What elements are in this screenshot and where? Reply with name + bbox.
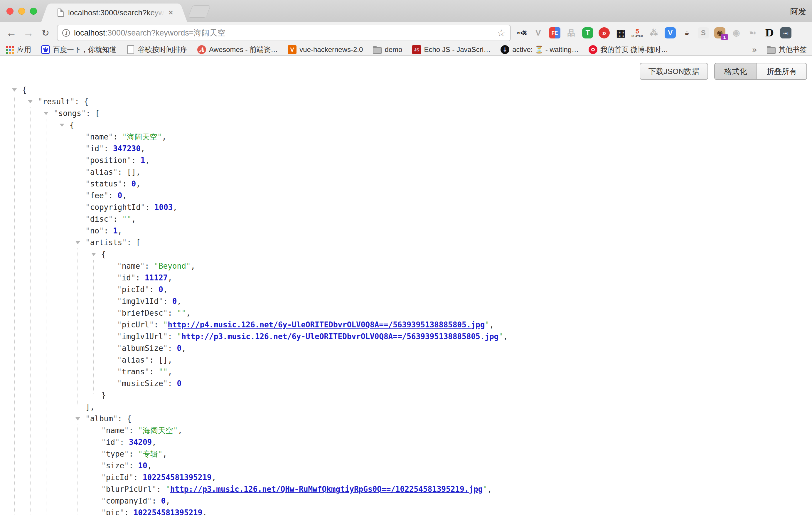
indent-guide [78, 425, 78, 515]
json-line: "artists": [ [0, 237, 812, 249]
json-line: "no": 1, [0, 225, 812, 237]
sitemap-icon[interactable]: 品 [566, 27, 577, 38]
tab-strip: localhost:3000/search?keywor × 阿发 [0, 0, 812, 22]
collapse-toggle-icon[interactable] [91, 253, 96, 256]
collapse-toggle-icon[interactable] [76, 241, 80, 244]
back-button[interactable]: ← [4, 22, 19, 44]
json-line: { [0, 249, 812, 260]
address-bar[interactable]: i localhost:3000/search?keywords=海阔天空 ☆ [57, 25, 511, 41]
indent-guide [93, 260, 94, 394]
d-script-icon[interactable]: D [764, 27, 775, 38]
sitemap-icon-glyph: 品 [568, 29, 575, 37]
json-line: "pic": 102254581395219, [0, 507, 812, 515]
json-line: "size": 10, [0, 460, 812, 471]
password-dots-icon-glyph: •••| [783, 31, 788, 35]
html5-player-icon[interactable]: 5PLAYER [632, 27, 643, 38]
bookmark-item[interactable]: Echo JS - JavaScri… [412, 45, 491, 54]
json-link[interactable]: http://p3.music.126.net/6y-UleORITEDbvrO… [181, 332, 498, 341]
vue-devtools-icon[interactable]: V [532, 27, 544, 38]
format-button[interactable]: 格式化 [715, 63, 757, 79]
json-line: "id": 11127, [0, 272, 812, 284]
collapse-toggle-icon[interactable] [60, 124, 64, 127]
profile-name[interactable]: 阿发 [790, 6, 806, 17]
fe-icon[interactable]: FE [549, 27, 560, 38]
mask-icon[interactable]: ◒ [682, 27, 693, 38]
qrcode-icon[interactable]: ▦ [615, 27, 627, 38]
extensions: en英VFE品T»▦5PLAYER⁂V◒S◉1◉➳D•••| [516, 22, 791, 44]
vue-icon [288, 45, 296, 54]
html5-player-icon-glyph: 5 [636, 28, 639, 35]
vimium-icon[interactable]: V [665, 27, 676, 38]
bookmark-label: 百度一下，你就知道 [53, 45, 116, 54]
json-line: "fee": 0, [0, 190, 812, 201]
s-icon[interactable]: S [698, 27, 709, 38]
other-bookmarks-button[interactable]: 其他书签 [767, 45, 807, 54]
reload-button[interactable]: ↻ [38, 22, 53, 44]
url-host: localhost [74, 28, 106, 37]
json-line: { [0, 84, 812, 96]
tampermonkey-icon[interactable]: ◉1 [714, 27, 725, 38]
collapse-toggle-icon[interactable] [12, 88, 17, 92]
fast-forward-icon[interactable]: » [599, 27, 610, 38]
bookmarks-right-group: » 其他书签 [752, 45, 807, 54]
shield-t-icon[interactable]: T [582, 27, 593, 38]
bookmark-item[interactable]: demo [373, 45, 402, 54]
json-line: "alias": [], [0, 166, 812, 178]
bookmark-label: vue-hackernews-2.0 [299, 46, 363, 54]
indent-guide [78, 249, 78, 405]
bookmark-item[interactable]: Awesomes - 前端资… [197, 45, 278, 54]
browser-tab[interactable]: localhost:3000/search?keywor × [49, 3, 180, 22]
hummingbird-icon[interactable]: ➳ [747, 27, 759, 38]
json-line: } [0, 389, 812, 401]
json-line: "name": "海阔天空", [0, 131, 812, 143]
html5-player-icon-label: PLAYER [632, 35, 643, 38]
bookmark-label: Echo JS - JavaScri… [424, 46, 491, 54]
new-tab-button[interactable] [188, 5, 210, 18]
url-text[interactable]: localhost:3000/search?keywords=海阔天空 [74, 28, 494, 38]
page-content: 下载JSON数据 格式化 折叠所有 {"result": {"songs": [… [0, 56, 812, 515]
bookmark-item[interactable]: 谷歌按时间排序 [126, 45, 187, 54]
json-line: "albumSize": 0, [0, 342, 812, 354]
bookmark-item[interactable]: 百度一下，你就知道 [41, 45, 116, 54]
awesomes-icon [197, 45, 206, 54]
mask-icon-glyph: ◒ [684, 28, 689, 37]
zoom-window-button[interactable] [30, 8, 37, 15]
json-line: "briefDesc": "", [0, 307, 812, 319]
json-line: "picId": 0, [0, 284, 812, 295]
tab-close-icon[interactable]: × [169, 8, 173, 17]
password-dots-icon[interactable]: •••| [780, 27, 791, 38]
json-line: "id": 347230, [0, 143, 812, 154]
indent-guide [62, 131, 62, 515]
json-line: "trans": "", [0, 366, 812, 378]
json-line: "result": { [0, 96, 812, 108]
bookmark-item[interactable]: 我的首页 微博-随时… [588, 45, 668, 54]
collapse-toggle-icon[interactable] [28, 100, 33, 103]
json-line: "img1v1Url": "http://p3.music.126.net/6y… [0, 331, 812, 342]
translate-icon[interactable]: en英 [516, 27, 527, 38]
tab-favicon-document-icon [58, 8, 64, 17]
forward-button[interactable]: → [21, 22, 36, 44]
collapse-all-button[interactable]: 折叠所有 [757, 63, 806, 79]
json-link[interactable]: http://p4.music.126.net/6y-UleORITEDbvrO… [168, 320, 485, 329]
json-line: "id": 34209, [0, 436, 812, 448]
collapse-toggle-icon[interactable] [76, 417, 80, 421]
collapse-toggle-icon[interactable] [44, 112, 49, 115]
view-mode-toggle: 格式化 折叠所有 [714, 63, 807, 80]
bookmark-item[interactable]: active: ⏳ - waiting… [500, 45, 579, 54]
bookmark-item[interactable]: 应用 [5, 45, 31, 54]
bookmarks-overflow-icon[interactable]: » [752, 45, 757, 54]
bookmark-item[interactable]: vue-hackernews-2.0 [288, 45, 363, 54]
close-window-button[interactable] [6, 8, 13, 15]
paw-icon[interactable]: ⁂ [648, 27, 659, 38]
bookmark-star-icon[interactable]: ☆ [497, 27, 505, 38]
download-json-button[interactable]: 下载JSON数据 [640, 63, 708, 80]
json-line: "alias": [], [0, 354, 812, 366]
json-line: "disc": "", [0, 213, 812, 225]
json-link[interactable]: http://p3.music.126.net/QHw-RuMwfQkmgtiy… [170, 485, 483, 493]
minimize-window-button[interactable] [18, 8, 25, 15]
weibo-gray-icon[interactable]: ◉ [731, 27, 742, 38]
json-tree: {"result": {"songs": [{"name": "海阔天空","i… [0, 84, 812, 515]
shield-t-icon-glyph: T [586, 29, 590, 36]
page-info-icon[interactable]: i [62, 29, 70, 37]
folder-icon [767, 45, 776, 54]
